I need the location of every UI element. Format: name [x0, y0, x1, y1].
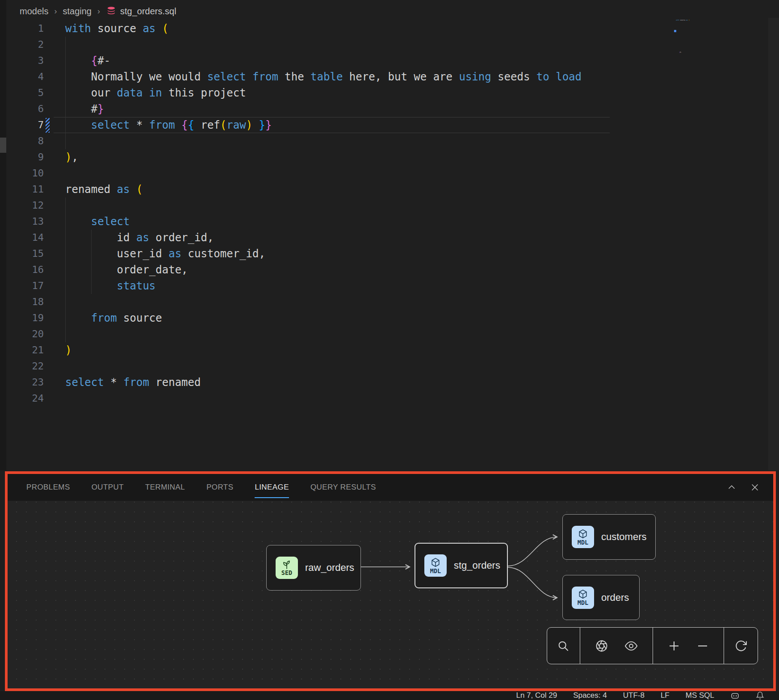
code-editor[interactable]: with source as ( {#- Normally we would s…	[65, 21, 704, 407]
code-token: our	[65, 87, 117, 99]
edge-stg_orders-orders	[508, 567, 557, 598]
line-number: 4	[0, 69, 44, 85]
code-token: here, but we are	[343, 71, 459, 83]
seed-badge: SED	[276, 557, 298, 579]
tab-terminal[interactable]: TERMINAL	[145, 474, 185, 501]
zoom-in-icon[interactable]	[666, 638, 682, 654]
code-line: select	[65, 214, 704, 230]
code-token: customer_id,	[181, 247, 265, 260]
line-number: 13	[0, 214, 44, 230]
line-number: 24	[0, 390, 44, 407]
code-token: in	[149, 87, 162, 99]
tab-ports[interactable]: PORTS	[206, 474, 233, 501]
line-number: 12	[0, 197, 44, 214]
code-token: select	[65, 376, 104, 389]
code-token: table	[310, 71, 343, 83]
code-line: select * from renamed	[65, 374, 704, 390]
minimap[interactable]: with source as ( {#- Normally we would s…	[676, 19, 753, 64]
node-label: stg_orders	[454, 560, 500, 571]
breadcrumb-file[interactable]: stg_orders.sql	[106, 6, 176, 17]
tab-query-results[interactable]: QUERY RESULTS	[310, 474, 376, 501]
code-token: {	[188, 119, 194, 131]
code-token	[130, 183, 136, 196]
code-token: ,	[71, 151, 78, 163]
breadcrumb-filename: stg_orders.sql	[120, 6, 176, 17]
search-icon[interactable]	[556, 638, 571, 654]
code-token	[65, 215, 91, 228]
lineage-node-raw_orders[interactable]: SEDraw_orders	[266, 545, 361, 591]
code-token: *	[130, 119, 149, 131]
code-line	[65, 326, 704, 342]
badge-label: MDL	[578, 539, 588, 546]
code-token: select	[91, 215, 130, 228]
code-line: with source as (	[676, 19, 753, 35]
code-line: with source as (	[65, 21, 704, 37]
code-token: }	[259, 119, 265, 131]
tab-output[interactable]: OUTPUT	[92, 474, 124, 501]
scrollbar[interactable]	[768, 18, 779, 470]
code-token: source	[117, 312, 162, 324]
code-token: {	[91, 54, 97, 67]
lineage-toolbar	[547, 627, 758, 664]
code-line	[65, 390, 704, 407]
lineage-canvas[interactable]: SEDraw_ordersMDLstg_ordersMDLcustomersMD…	[8, 501, 773, 688]
status-lf[interactable]: LF	[661, 691, 670, 700]
node-label: raw_orders	[305, 562, 354, 574]
tab-lineage[interactable]: LINEAGE	[255, 474, 289, 501]
code-token: data	[117, 87, 143, 99]
status-ln[interactable]: Ln 7, Col 29	[516, 691, 557, 700]
breadcrumb-models[interactable]: models	[20, 6, 48, 17]
model-icon	[577, 528, 589, 539]
code-token	[65, 312, 91, 324]
status-ms[interactable]: MS SQL	[686, 691, 714, 700]
indent-guide	[65, 37, 66, 149]
code-token: from	[252, 71, 278, 83]
code-token: )	[65, 344, 71, 356]
code-token	[549, 71, 556, 83]
code-token	[252, 119, 259, 131]
indent-guide	[91, 230, 92, 294]
panel-controls	[726, 474, 761, 501]
chevron-right-icon: ›	[97, 7, 100, 16]
code-token: (	[220, 119, 226, 131]
status-spaces[interactable]: Spaces: 4	[573, 691, 607, 700]
code-token: }	[97, 103, 104, 115]
notifications-bell-icon[interactable]	[756, 691, 764, 700]
seed-icon	[281, 560, 293, 570]
database-icon	[106, 6, 117, 17]
code-line: select * from {{ ref(raw) }}	[65, 117, 704, 133]
eye-icon[interactable]	[624, 638, 639, 654]
refresh-icon[interactable]	[733, 638, 749, 654]
line-number: 19	[0, 310, 44, 326]
code-line	[676, 35, 753, 51]
model-badge: MDL	[572, 587, 594, 609]
code-token: Normally we would	[65, 71, 207, 83]
modified-line-gutter-indicator	[46, 118, 50, 133]
code-token	[142, 87, 149, 99]
status-utf-8[interactable]: UTF-8	[623, 691, 645, 700]
breadcrumb-staging[interactable]: staging	[63, 6, 92, 17]
code-line: status	[65, 278, 704, 294]
model-icon	[430, 557, 441, 568]
minimap-modified-marker	[674, 30, 676, 32]
code-line: #}	[65, 101, 704, 117]
line-number: 21	[0, 342, 44, 358]
code-token: raw	[226, 119, 246, 131]
copilot-icon[interactable]	[730, 692, 740, 700]
vscode-window: models › staging › stg_orders.sql 123456…	[0, 0, 779, 700]
code-token: #	[65, 103, 97, 115]
lineage-node-orders[interactable]: MDLorders	[562, 575, 640, 620]
lineage-node-customers[interactable]: MDLcustomers	[562, 514, 656, 560]
close-panel-icon[interactable]	[749, 482, 761, 493]
chevron-up-icon[interactable]	[726, 482, 737, 493]
zoom-out-icon[interactable]	[695, 638, 710, 654]
panel-tabbar: PROBLEMSOUTPUTTERMINALPORTSLINEAGEQUERY …	[8, 474, 773, 501]
line-number: 11	[0, 181, 44, 197]
bottom-panel-annotation-box: PROBLEMSOUTPUTTERMINALPORTSLINEAGEQUERY …	[5, 471, 776, 691]
code-line: )	[65, 342, 704, 358]
line-number-gutter[interactable]: 123456789101112131415161718192021222324	[0, 21, 44, 407]
aperture-icon[interactable]	[594, 638, 609, 654]
lineage-node-stg_orders[interactable]: MDLstg_orders	[415, 543, 508, 588]
tab-problems[interactable]: PROBLEMS	[26, 474, 70, 501]
code-line	[65, 197, 704, 214]
